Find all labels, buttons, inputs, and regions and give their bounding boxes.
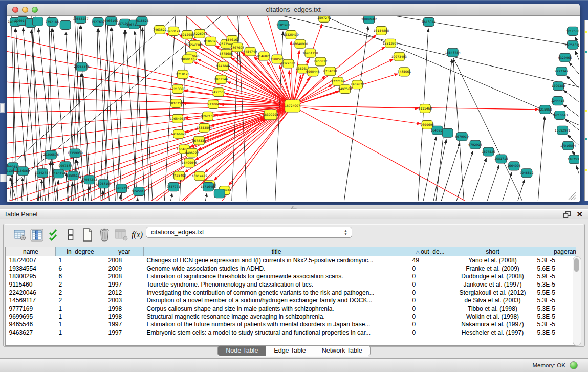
graph-node[interactable]: 8813074 bbox=[422, 17, 435, 26]
table-cell[interactable]: 5.3E-5 bbox=[534, 329, 577, 337]
table-cell[interactable]: Disruption of a novel member of a sodium… bbox=[144, 296, 409, 304]
table-cell[interactable]: 1997 bbox=[105, 321, 144, 329]
graph-node[interactable]: 1156869 bbox=[16, 167, 30, 176]
graph-node[interactable]: 9246512 bbox=[520, 169, 534, 178]
table-cell[interactable]: 5.3E-5 bbox=[534, 256, 577, 265]
graph-node[interactable]: 917004 bbox=[208, 100, 220, 109]
table-cell[interactable]: 5.9E-5 bbox=[534, 272, 577, 280]
graph-node[interactable]: 2718126 bbox=[176, 70, 190, 79]
graph-node[interactable]: 1167533 bbox=[568, 155, 579, 164]
graph-node[interactable]: 9227342 bbox=[555, 67, 569, 76]
table-cell[interactable]: 18724007 bbox=[6, 256, 56, 265]
graph-node[interactable]: 8960124 bbox=[167, 27, 181, 35]
graph-node[interactable]: 18300295 bbox=[263, 110, 278, 120]
graph-node[interactable]: 9329966 bbox=[558, 53, 572, 62]
graph-node[interactable]: 18640910 bbox=[292, 39, 308, 48]
graph-node[interactable]: 16782759 bbox=[114, 184, 129, 193]
graph-node[interactable]: 9146821 bbox=[257, 52, 271, 60]
graph-node[interactable]: 9242844 bbox=[216, 62, 230, 71]
graph-node[interactable]: 1597273 bbox=[317, 16, 331, 22]
graph-node[interactable]: 12325419 bbox=[283, 30, 299, 39]
graph-node[interactable]: 16961758 bbox=[302, 49, 318, 57]
graph-node[interactable]: 939139 bbox=[7, 167, 14, 176]
graph-node[interactable] bbox=[32, 17, 43, 26]
table-row[interactable]: 977716911998Corpus callosum shape and si… bbox=[6, 304, 577, 313]
graph-node[interactable]: 10653257 bbox=[73, 16, 89, 23]
graph-node[interactable]: 20887682 bbox=[361, 16, 377, 24]
graph-node[interactable]: 7425402 bbox=[172, 171, 186, 180]
table-cell[interactable]: 2 bbox=[56, 296, 105, 304]
graph-node[interactable]: 5875685 bbox=[220, 49, 233, 58]
table-cell[interactable]: 9115460 bbox=[6, 280, 56, 289]
table-cell[interactable]: 2012 bbox=[105, 289, 144, 297]
column-header-title[interactable]: title bbox=[144, 247, 409, 256]
column-header-short[interactable]: short bbox=[451, 247, 534, 256]
graph-node[interactable]: 7463822 bbox=[153, 25, 167, 34]
graph-node[interactable]: 1081715 bbox=[494, 155, 508, 163]
select-columns-button[interactable] bbox=[47, 228, 61, 242]
table-cell[interactable]: 1 bbox=[56, 304, 105, 313]
table-row[interactable]: 1456911722003Disruption of a novel membe… bbox=[6, 296, 577, 304]
graph-node[interactable]: 2185961 bbox=[276, 20, 290, 29]
table-cell[interactable]: 6 bbox=[56, 272, 105, 280]
graph-node[interactable]: 2867608 bbox=[230, 43, 244, 52]
table-cell[interactable]: 1 bbox=[56, 329, 105, 337]
table-cell[interactable]: 5.3E-5 bbox=[534, 280, 577, 289]
tab-edge-table[interactable]: Edge Table bbox=[266, 346, 314, 356]
table-cell[interactable]: 0 bbox=[409, 296, 451, 304]
graph-node[interactable]: 6734028 bbox=[323, 67, 337, 76]
graph-node[interactable]: 7515526 bbox=[135, 16, 149, 25]
table-cell[interactable]: 0 bbox=[409, 304, 451, 313]
function-builder-button[interactable]: f(x) bbox=[131, 228, 145, 242]
table-cell[interactable]: 5.3E-5 bbox=[534, 304, 577, 313]
graph-node[interactable]: 1810755 bbox=[169, 99, 183, 108]
table-cell[interactable]: Franke et al. (2009) bbox=[451, 265, 534, 273]
table-cell[interactable]: Embryonic stem cells: a model to study s… bbox=[144, 329, 409, 337]
graph-node[interactable]: 3215953 bbox=[538, 105, 552, 114]
table-cell[interactable]: 1998 bbox=[105, 313, 144, 321]
table-settings-button[interactable] bbox=[13, 228, 27, 242]
table-row[interactable]: 2242004622012Investigating the contribut… bbox=[6, 289, 577, 297]
scrollbar-thumb[interactable] bbox=[574, 258, 579, 272]
table-cell[interactable]: Stergiakouli et al. (2012) bbox=[451, 289, 534, 297]
graph-node[interactable]: 2803144 bbox=[214, 75, 228, 84]
graph-node[interactable]: 1350513 bbox=[66, 171, 80, 180]
table-cell[interactable]: 5.5E-5 bbox=[534, 289, 577, 297]
table-cell[interactable]: 0 bbox=[409, 313, 451, 321]
graph-node[interactable]: 1217538 bbox=[566, 27, 579, 35]
graph-node[interactable]: 7955812 bbox=[314, 57, 328, 66]
float-panel-icon[interactable] bbox=[563, 211, 571, 218]
table-cell[interactable]: 2 bbox=[56, 280, 105, 289]
table-row[interactable]: 911546021997Tourette syndrome. Phenomeno… bbox=[6, 280, 577, 289]
table-cell[interactable]: Hescheler et al. (1997) bbox=[451, 329, 534, 337]
table-cell[interactable]: 2009 bbox=[105, 265, 144, 273]
graph-node[interactable]: 18724007 bbox=[285, 100, 300, 112]
column-header-year[interactable]: year bbox=[105, 247, 144, 256]
graph-node[interactable]: 10973493 bbox=[391, 52, 407, 61]
table-cell[interactable]: 5.3E-5 bbox=[534, 321, 577, 329]
column-header-name[interactable]: name bbox=[6, 247, 56, 256]
graph-node[interactable]: 19166827 bbox=[171, 129, 187, 138]
graph-node[interactable]: 1697526 bbox=[482, 147, 495, 156]
table-cell[interactable]: Estimation of significance thresholds fo… bbox=[144, 272, 409, 280]
new-table-button[interactable] bbox=[80, 228, 95, 242]
graph-node[interactable]: 5678334 bbox=[192, 136, 206, 145]
table-cell[interactable]: 0 bbox=[409, 329, 451, 337]
table-cell[interactable]: 1998 bbox=[105, 304, 144, 313]
graph-node[interactable]: 6792914 bbox=[468, 140, 482, 149]
table-row[interactable]: 946362711997Embryonic stem cells: a mode… bbox=[6, 329, 577, 337]
tab-node-table[interactable]: Node Table bbox=[218, 346, 266, 356]
table-selector-dropdown[interactable]: citations_edges.txt ▲▼ bbox=[146, 227, 352, 238]
graph-node[interactable]: 8186323 bbox=[204, 37, 218, 46]
clear-selection-button[interactable] bbox=[63, 228, 78, 242]
table-cell[interactable]: 9463627 bbox=[6, 329, 56, 337]
table-cell[interactable]: 2008 bbox=[105, 272, 144, 280]
table-row[interactable]: 1938455462009Genome-wide association stu… bbox=[6, 265, 577, 273]
table-cell[interactable]: Tibbo et al. (1998) bbox=[451, 304, 534, 313]
table-cell[interactable]: 49 bbox=[409, 256, 451, 265]
table-cell[interactable]: Nakamura et al. (1997) bbox=[451, 321, 534, 329]
table-cell[interactable]: 9465546 bbox=[6, 321, 56, 329]
column-header-pagerank[interactable]: pagerank bbox=[534, 247, 577, 256]
column-header-in_degree[interactable]: in_degree bbox=[56, 247, 105, 256]
graph-node[interactable]: 8322037 bbox=[281, 59, 295, 68]
